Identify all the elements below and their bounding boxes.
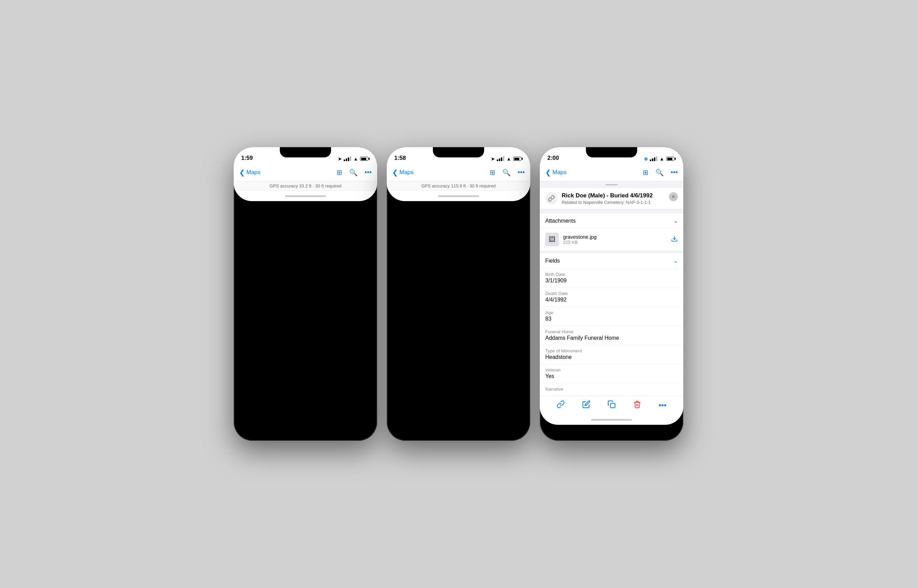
search-icon[interactable]: 🔍 <box>349 168 358 176</box>
gps-bar-2: GPS accuracy 115.9 ft · 30 ft required <box>387 181 530 191</box>
signal-icon-3 <box>650 157 657 161</box>
field-age: Age 83 <box>540 307 683 326</box>
veteran-value: Yes <box>545 373 678 380</box>
signal-icon <box>344 157 351 161</box>
field-death-date: Death Date 4/4/1992 <box>540 288 683 307</box>
attachment-info: gravestone.jpg 225 KB <box>563 234 597 245</box>
file-name: gravestone.jpg <box>563 234 597 240</box>
status-icons-1: ➤ ▲ <box>338 156 370 162</box>
wifi-icon: ▲ <box>353 156 358 162</box>
field-funeral-home: Funeral Home Addams Family Funeral Home <box>540 326 683 345</box>
search-icon-3[interactable]: 🔍 <box>655 168 664 176</box>
home-indicator-3 <box>540 415 683 425</box>
time-1: 1:59 <box>241 155 253 162</box>
home-indicator-2 <box>387 191 530 201</box>
image-thumb: 🖼 <box>545 233 559 246</box>
signal-icon-2 <box>497 157 504 161</box>
attachments-title: Attachments <box>545 218 576 224</box>
age-label: Age <box>545 310 678 315</box>
battery-icon-2 <box>513 157 523 161</box>
wifi-icon-2: ▲ <box>506 156 511 162</box>
birth-date-value: 3/1/1909 <box>545 278 678 284</box>
more-icon-2[interactable]: ••• <box>518 168 525 176</box>
detail-header: Rick Doe (Male) - Buried 4/6/1992 Relate… <box>540 188 683 209</box>
back-button-3[interactable]: ❮ Maps <box>545 168 567 176</box>
attachments-section: Attachments ⌄ 🖼 gravestone.jpg 225 KB <box>540 213 683 250</box>
funeral-home-value: Addams Family Funeral Home <box>545 335 678 341</box>
death-date-value: 4/4/1992 <box>545 297 678 303</box>
fields-chevron: ⌄ <box>673 257 678 264</box>
nav-bar-1: ❮ Maps ⊞ 🔍 ••• <box>234 163 377 181</box>
bottom-toolbar: ••• <box>540 396 683 415</box>
related-to: Related to Naperville Cemetery: NAP-3-1-… <box>562 200 669 205</box>
detail-info: Rick Doe (Male) - Buried 4/6/1992 Relate… <box>562 192 669 205</box>
notch-3 <box>586 147 637 157</box>
notch-1 <box>280 147 331 157</box>
fields-section: Fields ⌄ Birth Date 3/1/1909 Death Date … <box>540 254 683 396</box>
detail-panel: Rick Doe (Male) - Buried 4/6/1992 Relate… <box>540 181 683 396</box>
layers-icon-2[interactable]: ⊞ <box>490 168 495 176</box>
battery-icon <box>360 157 370 161</box>
field-narrative: Narrative <box>540 383 683 396</box>
phone-3: 2:00 ⊕ ▲ ❮ Maps <box>540 147 683 441</box>
age-value: 83 <box>545 316 678 322</box>
nav-right-3: ⊞ 🔍 ••• <box>643 168 678 176</box>
search-icon-2[interactable]: 🔍 <box>502 168 511 176</box>
person-name: Rick Doe (Male) - Buried 4/6/1992 <box>562 192 669 199</box>
veteran-label: Veteran <box>545 367 678 373</box>
nav-bar-3: ❮ Maps ⊞ 🔍 ••• <box>540 163 683 181</box>
location-arrow-icon-2: ➤ <box>491 157 495 162</box>
back-label-1: Maps <box>246 169 261 176</box>
time-2: 1:58 <box>394 155 406 162</box>
layers-icon-3[interactable]: ⊞ <box>643 168 649 176</box>
link-toolbar-icon[interactable] <box>556 400 565 410</box>
nav-right-2: ⊞ 🔍 ••• <box>490 168 525 176</box>
chevron-left-icon: ❮ <box>239 168 245 176</box>
back-label-2: Maps <box>399 169 414 176</box>
more-icon-3[interactable]: ••• <box>671 168 678 176</box>
attachments-section-header[interactable]: Attachments ⌄ <box>540 213 683 228</box>
attachments-chevron: ⌄ <box>673 218 678 224</box>
attachment-file-row: 🖼 gravestone.jpg 225 KB <box>540 228 683 250</box>
funeral-home-label: Funeral Home <box>545 329 678 334</box>
monument-type-label: Type of Monument <box>545 348 678 354</box>
file-size: 225 KB <box>563 240 597 245</box>
notch-2 <box>433 147 484 157</box>
chevron-left-icon-3: ❮ <box>545 168 551 176</box>
back-button-2[interactable]: ❮ Maps <box>392 168 414 176</box>
layers-icon[interactable]: ⊞ <box>336 168 342 176</box>
field-birth-date: Birth Date 3/1/1909 <box>540 268 683 288</box>
nav-bar-2: ❮ Maps ⊞ 🔍 ••• <box>387 163 530 181</box>
download-button[interactable] <box>671 235 678 244</box>
compass-icon: ⊕ <box>644 157 648 162</box>
field-veteran: Veteran Yes <box>540 364 683 383</box>
person-link-icon <box>545 192 558 205</box>
monument-type-value: Headstone <box>545 354 678 360</box>
wifi-icon-3: ▲ <box>660 156 664 162</box>
delete-toolbar-icon[interactable] <box>633 400 641 410</box>
chevron-left-icon-2: ❮ <box>392 168 398 176</box>
copy-toolbar-icon[interactable] <box>608 400 616 410</box>
death-date-label: Death Date <box>545 291 678 296</box>
edit-toolbar-icon[interactable] <box>582 400 590 410</box>
fields-section-header[interactable]: Fields ⌄ <box>540 254 683 268</box>
phone-2: 1:58 ➤ ▲ ❮ Maps <box>387 147 530 441</box>
back-label-3: Maps <box>553 169 567 176</box>
more-toolbar-icon[interactable]: ••• <box>659 401 666 410</box>
detail-close-button[interactable]: ✕ <box>669 192 678 201</box>
phone-1: 1:59 ➤ ▲ ❮ Maps <box>234 147 377 441</box>
nav-right-1: ⊞ 🔍 ••• <box>336 168 372 176</box>
home-indicator-1 <box>234 191 377 201</box>
battery-icon-3 <box>666 157 676 161</box>
narrative-label: Narrative <box>545 386 678 392</box>
status-icons-3: ⊕ ▲ <box>644 156 676 162</box>
detail-handle <box>605 184 618 186</box>
location-arrow-icon: ➤ <box>338 157 342 162</box>
time-3: 2:00 <box>547 155 559 162</box>
more-icon[interactable]: ••• <box>364 168 372 176</box>
back-button-1[interactable]: ❮ Maps <box>239 168 261 176</box>
status-icons-2: ➤ ▲ <box>491 156 523 162</box>
gps-bar-1: GPS accuracy 33.2 ft · 30 ft required <box>234 181 377 191</box>
birth-date-label: Birth Date <box>545 272 678 277</box>
svg-rect-1 <box>611 403 615 408</box>
